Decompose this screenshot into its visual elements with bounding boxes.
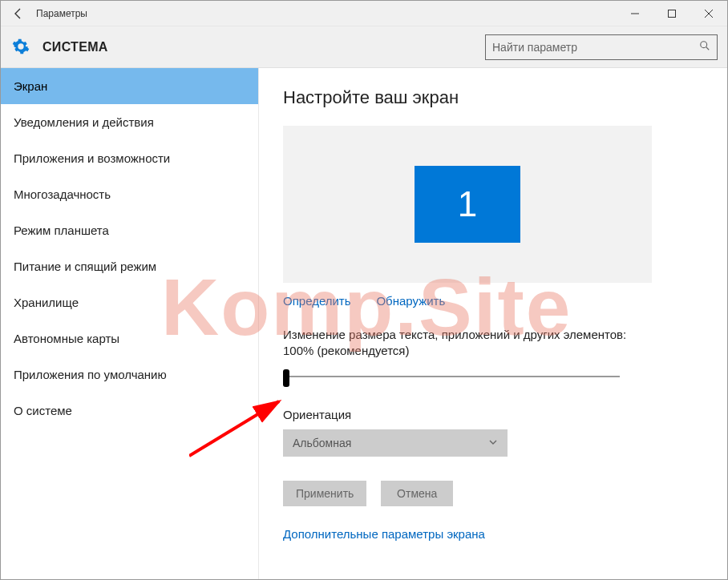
maximize-icon xyxy=(668,10,676,18)
page-heading: Настройте ваш экран xyxy=(283,87,703,108)
back-button[interactable] xyxy=(1,1,36,26)
sidebar-item-offline-maps[interactable]: Автономные карты xyxy=(1,320,258,356)
dropdown-value: Альбомная xyxy=(293,437,351,449)
gear-icon xyxy=(12,38,31,57)
button-row: Применить Отмена xyxy=(283,481,703,506)
sidebar-item-notifications[interactable]: Уведомления и действия xyxy=(1,104,258,140)
sidebar: Экран Уведомления и действия Приложения … xyxy=(1,68,259,579)
sidebar-item-label: Уведомления и действия xyxy=(14,115,154,129)
sidebar-item-label: Питание и спящий режим xyxy=(14,260,156,273)
content: Настройте ваш экран 1 Определить Обнаруж… xyxy=(259,68,727,579)
header: СИСТЕМА xyxy=(1,26,727,68)
sidebar-item-label: Хранилище xyxy=(14,296,79,309)
svg-rect-0 xyxy=(669,10,676,17)
titlebar: Параметры xyxy=(1,1,727,26)
monitor-tile[interactable]: 1 xyxy=(415,166,520,243)
cancel-button[interactable]: Отмена xyxy=(381,481,453,506)
display-actions: Определить Обнаружить xyxy=(283,294,703,308)
minimize-button[interactable] xyxy=(617,1,653,26)
maximize-button[interactable] xyxy=(653,1,690,26)
scale-label: Изменение размера текста, приложений и д… xyxy=(283,327,660,360)
scale-slider[interactable] xyxy=(283,368,620,387)
monitor-number: 1 xyxy=(458,184,477,224)
main: Экран Уведомления и действия Приложения … xyxy=(1,68,727,579)
sidebar-item-label: Автономные карты xyxy=(14,332,119,345)
window-title: Параметры xyxy=(36,8,87,19)
sidebar-item-label: Режим планшета xyxy=(14,224,109,237)
identify-link[interactable]: Определить xyxy=(283,294,351,308)
back-arrow-icon xyxy=(12,7,25,20)
slider-thumb[interactable] xyxy=(283,369,289,387)
close-button[interactable] xyxy=(690,1,727,26)
detect-link[interactable]: Обнаружить xyxy=(376,294,445,308)
sidebar-item-default-apps[interactable]: Приложения по умолчанию xyxy=(1,356,258,393)
sidebar-item-display[interactable]: Экран xyxy=(1,68,258,104)
orientation-label: Ориентация xyxy=(283,408,703,421)
search-icon xyxy=(699,40,710,54)
slider-track xyxy=(283,376,620,377)
orientation-dropdown[interactable]: Альбомная xyxy=(283,429,508,457)
sidebar-item-about[interactable]: О системе xyxy=(1,393,258,429)
sidebar-item-label: Экран xyxy=(14,79,47,93)
sidebar-item-label: Приложения и возможности xyxy=(14,151,170,165)
search-box[interactable] xyxy=(485,34,718,60)
display-preview[interactable]: 1 xyxy=(283,126,652,283)
sidebar-item-label: О системе xyxy=(14,404,72,417)
sidebar-item-storage[interactable]: Хранилище xyxy=(1,284,258,320)
sidebar-item-tablet[interactable]: Режим планшета xyxy=(1,212,258,248)
sidebar-item-power[interactable]: Питание и спящий режим xyxy=(1,248,258,284)
advanced-display-link[interactable]: Дополнительные параметры экрана xyxy=(283,527,485,541)
minimize-icon xyxy=(631,10,639,18)
search-input[interactable] xyxy=(492,41,694,54)
close-icon xyxy=(705,10,713,18)
apply-button[interactable]: Применить xyxy=(283,481,366,506)
svg-point-1 xyxy=(701,42,707,48)
section-title: СИСТЕМА xyxy=(42,40,108,54)
sidebar-item-apps[interactable]: Приложения и возможности xyxy=(1,140,258,176)
chevron-down-icon xyxy=(488,437,498,449)
sidebar-item-multitasking[interactable]: Многозадачность xyxy=(1,176,258,212)
sidebar-item-label: Приложения по умолчанию xyxy=(14,368,167,381)
sidebar-item-label: Многозадачность xyxy=(14,187,111,201)
